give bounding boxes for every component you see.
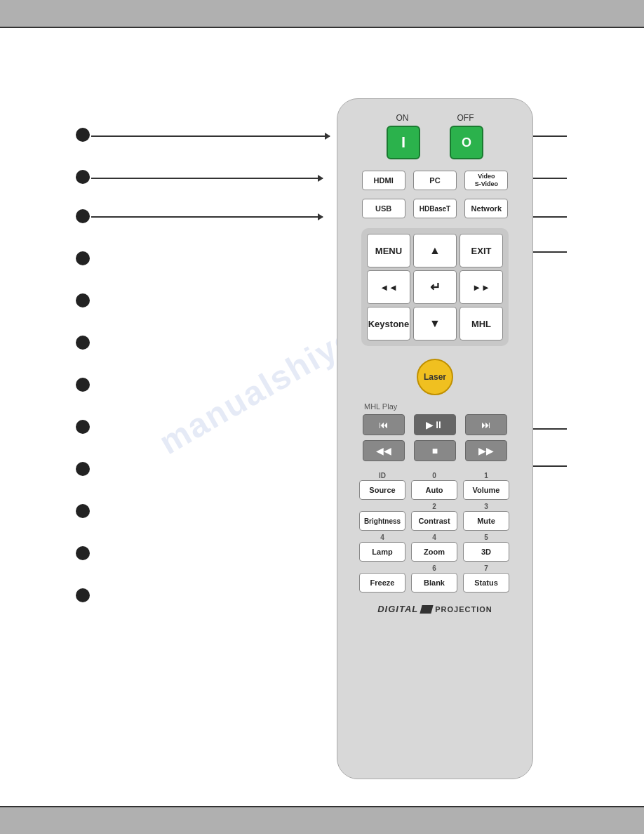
off-icon: O (462, 135, 471, 150)
menu-button[interactable]: MENU (367, 234, 410, 267)
bullet-8 (76, 420, 90, 434)
input-row-2: USB HDBaseT Network (358, 199, 512, 218)
left-button[interactable] (367, 270, 410, 304)
source-cell: ID Source (358, 472, 407, 500)
contrast-button[interactable]: Contrast (411, 511, 457, 531)
on-label: ON (396, 113, 409, 123)
bullet-1 (76, 128, 90, 142)
bullet-7 (76, 378, 90, 392)
nav-pad: MENU EXIT Keystone MHL (361, 228, 509, 346)
func-row-2: Brightness 2 Contrast 3 Mute (358, 503, 512, 531)
off-button[interactable]: O (450, 126, 483, 159)
contrast-cell: 2 Contrast (410, 503, 459, 531)
hdmi-button[interactable]: HDMI (362, 171, 405, 190)
input-row-1: HDMI PC VideoS-Video (358, 171, 512, 190)
off-label: OFF (457, 113, 474, 123)
up-button[interactable] (413, 234, 457, 267)
stop-button[interactable]: ■ (414, 440, 456, 461)
hdbaset-button[interactable]: HDBaseT (413, 199, 457, 218)
bottom-bar (0, 807, 644, 834)
remote-control: ON OFF I O HDMI PC VideoS-Video (337, 98, 533, 779)
brand-logo: DIGITAL PROJECTION (377, 604, 492, 614)
pc-button[interactable]: PC (413, 171, 457, 190)
right-button[interactable] (459, 270, 503, 304)
power-labels: ON OFF (372, 113, 498, 123)
bullet-4 (76, 251, 90, 265)
brand-projection: PROJECTION (435, 605, 492, 614)
rewind-button[interactable]: ◀◀ (363, 440, 405, 461)
mute-cell: 3 Mute (462, 503, 511, 531)
func-row-1: ID Source 0 Auto 1 Volume (358, 472, 512, 500)
enter-button[interactable] (413, 270, 457, 304)
top-bar (0, 0, 644, 27)
bullet-11 (76, 546, 90, 560)
volume-button[interactable]: Volume (463, 480, 509, 500)
bullet-2 (76, 170, 90, 184)
power-section: ON OFF I O (344, 113, 525, 159)
auto-button[interactable]: Auto (411, 480, 457, 500)
keystone-button[interactable]: Keystone (367, 307, 410, 340)
auto-cell: 0 Auto (410, 472, 459, 500)
mhl-play-pause-button[interactable]: ▶⏸ (414, 414, 456, 435)
zoom-button[interactable]: Zoom (411, 542, 457, 562)
func-row-3: 4 Lamp 4 Zoom 5 3D (358, 534, 512, 562)
source-button[interactable]: Source (359, 480, 405, 500)
3d-button[interactable]: 3D (463, 542, 509, 562)
freeze-cell: Freeze (358, 564, 407, 593)
laser-button[interactable]: Laser (417, 359, 453, 395)
blank-button[interactable]: Blank (411, 573, 457, 593)
zoom-cell: 4 Zoom (410, 534, 459, 562)
mhl-next-button[interactable]: ⏭ (465, 414, 507, 435)
function-buttons-area: ID Source 0 Auto 1 Volume Brightness (358, 469, 512, 595)
on-icon: I (401, 133, 405, 152)
down-button[interactable] (413, 307, 457, 340)
3d-cell: 5 3D (462, 534, 511, 562)
lamp-cell: 4 Lamp (358, 534, 407, 562)
arrow-row3-left (91, 216, 323, 218)
video-svideo-button[interactable]: VideoS-Video (464, 171, 508, 190)
brand-digital: DIGITAL (377, 604, 418, 614)
mhl-button[interactable]: MHL (459, 307, 503, 340)
brightness-cell: Brightness (358, 503, 407, 531)
volume-cell: 1 Volume (462, 472, 511, 500)
lamp-button[interactable]: Lamp (359, 542, 405, 562)
mhl-play-row: ⏮ ▶⏸ ⏭ (358, 414, 512, 435)
bullet-9 (76, 462, 90, 476)
status-cell: 7 Status (462, 564, 511, 593)
network-button[interactable]: Network (464, 199, 508, 218)
freeze-button[interactable]: Freeze (359, 573, 405, 593)
page-content: manualshiyou.com (0, 27, 644, 807)
brand-slash (420, 605, 434, 614)
blank-cell: 6 Blank (410, 564, 459, 593)
arrow-row2-left (91, 178, 323, 179)
mute-button[interactable]: Mute (463, 511, 509, 531)
bullet-5 (76, 293, 90, 307)
arrow-on (91, 135, 330, 137)
power-buttons: I O (372, 126, 498, 159)
mhl-control-row: ◀◀ ■ ▶▶ (358, 440, 512, 461)
on-button[interactable]: I (387, 126, 420, 159)
mhl-prev-button[interactable]: ⏮ (363, 414, 405, 435)
fast-forward-button[interactable]: ▶▶ (465, 440, 507, 461)
brightness-button[interactable]: Brightness (359, 511, 405, 531)
status-button[interactable]: Status (463, 573, 509, 593)
bullet-12 (76, 588, 90, 602)
bullet-10 (76, 504, 90, 518)
usb-button[interactable]: USB (362, 199, 405, 218)
exit-button[interactable]: EXIT (459, 234, 503, 267)
bullet-3 (76, 209, 90, 223)
bullet-6 (76, 336, 90, 350)
mhl-play-label: MHL Play (364, 402, 397, 411)
func-row-4: Freeze 6 Blank 7 Status (358, 564, 512, 593)
